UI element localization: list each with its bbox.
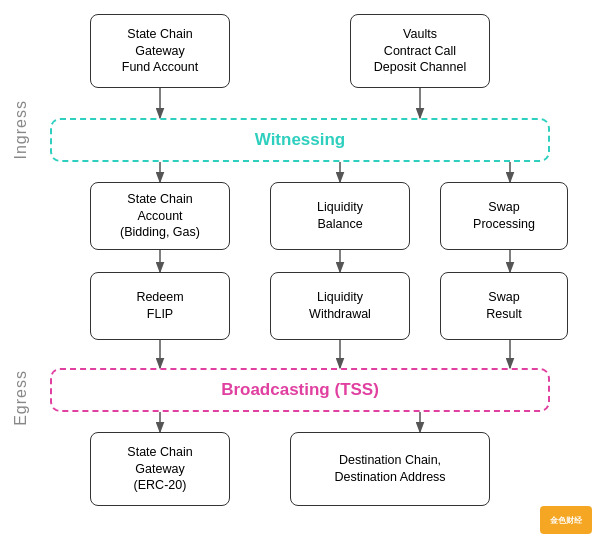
liquidity-withdrawal-node: Liquidity Withdrawal — [270, 272, 410, 340]
state-chain-gateway-fund-node: State Chain Gateway Fund Account — [90, 14, 230, 88]
swap-processing-node: Swap Processing — [440, 182, 568, 250]
egress-label: Egress — [12, 370, 30, 426]
destination-chain-node: Destination Chain, Destination Address — [290, 432, 490, 506]
state-chain-gateway-erc-node: State Chain Gateway (ERC-20) — [90, 432, 230, 506]
redeem-flip-node: Redeem FLIP — [90, 272, 230, 340]
state-chain-account-node: State Chain Account (Bidding, Gas) — [90, 182, 230, 250]
watermark: 金色财经 — [540, 506, 592, 534]
ingress-label: Ingress — [12, 100, 30, 159]
witnessing-region: Witnessing — [50, 118, 550, 162]
broadcasting-region: Broadcasting (TSS) — [50, 368, 550, 412]
vaults-contract-call-node: Vaults Contract Call Deposit Channel — [350, 14, 490, 88]
diagram-container: Ingress Egress — [0, 0, 600, 542]
swap-result-node: Swap Result — [440, 272, 568, 340]
liquidity-balance-node: Liquidity Balance — [270, 182, 410, 250]
